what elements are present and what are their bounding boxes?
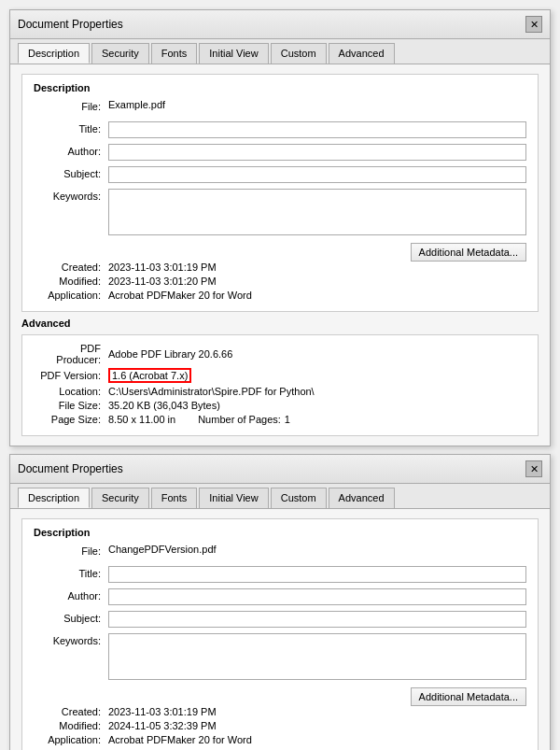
additional-metadata-button-2[interactable]: Additional Metadata... — [411, 687, 526, 706]
created-row-1: Created: 2023-11-03 3:01:19 PM — [34, 262, 526, 273]
file-size-label-1: File Size: — [34, 400, 108, 411]
content-2: Description File: ChangePDFVersion.pdf T… — [10, 509, 550, 750]
file-row-1: File: Example.pdf — [34, 99, 526, 118]
keywords-row-1: Keywords: — [34, 189, 526, 235]
location-row-1: Location: C:\Users\Administrator\Spire.P… — [34, 386, 526, 397]
tab-fonts-1[interactable]: Fonts — [151, 43, 198, 64]
title-input-2[interactable] — [108, 566, 526, 583]
modified-label-1: Modified: — [34, 276, 108, 287]
content-1: Description File: Example.pdf Title: Aut… — [10, 64, 550, 446]
additional-metadata-button-1[interactable]: Additional Metadata... — [411, 243, 526, 262]
dialog-2: Document Properties ✕ Description Securi… — [9, 454, 551, 750]
title-label-2: Title: — [34, 566, 108, 579]
modified-row-2: Modified: 2024-11-05 3:32:39 PM — [34, 720, 526, 731]
title-input-1[interactable] — [108, 121, 526, 138]
application-label-2: Application: — [34, 734, 108, 745]
num-pages-value-1: 1 — [285, 414, 290, 425]
keywords-row-2: Keywords: — [34, 633, 526, 680]
description-header-1: Description — [34, 82, 526, 93]
author-label-2: Author: — [34, 588, 108, 601]
location-label-1: Location: — [34, 386, 108, 397]
modified-label-2: Modified: — [34, 720, 108, 731]
file-row-2: File: ChangePDFVersion.pdf — [34, 544, 526, 562]
subject-label-1: Subject: — [34, 166, 108, 179]
tab-security-1[interactable]: Security — [91, 43, 149, 64]
file-size-row-1: File Size: 35.20 KB (36,043 Bytes) — [34, 400, 526, 411]
file-size-value-1: 35.20 KB (36,043 Bytes) — [108, 400, 220, 411]
tab-advanced-2[interactable]: Advanced — [329, 488, 395, 508]
created-row-2: Created: 2023-11-03 3:01:19 PM — [34, 706, 526, 717]
title-row-2: Title: — [34, 566, 526, 585]
subject-input-1[interactable] — [108, 166, 526, 183]
subject-input-2[interactable] — [108, 611, 526, 628]
close-button-2[interactable]: ✕ — [525, 460, 542, 477]
modified-value-1: 2023-11-03 3:01:20 PM — [108, 276, 217, 287]
description-header-2: Description — [34, 527, 526, 538]
additional-row-1: Additional Metadata... — [34, 239, 526, 262]
file-label-2: File: — [34, 544, 108, 557]
tab-fonts-2[interactable]: Fonts — [151, 488, 198, 508]
author-input-1[interactable] — [108, 144, 526, 161]
author-row-2: Author: — [34, 588, 526, 607]
tab-custom-1[interactable]: Custom — [271, 43, 327, 64]
file-value-2: ChangePDFVersion.pdf — [108, 544, 217, 555]
page-size-label-1: Page Size: — [34, 414, 108, 425]
subject-row-2: Subject: — [34, 611, 526, 630]
close-button-1[interactable]: ✕ — [525, 16, 542, 33]
file-value-1: Example.pdf — [108, 99, 165, 110]
description-section-1: Description File: Example.pdf Title: Aut… — [21, 74, 539, 312]
advanced-section-1: PDF Producer: Adobe PDF Library 20.6.66 … — [21, 334, 539, 436]
pdf-version-row-1: PDF Version: 1.6 (Acrobat 7.x) — [34, 368, 526, 383]
page-size-value-1: 8.50 x 11.00 in — [108, 414, 175, 425]
keywords-textarea-2[interactable] — [108, 633, 526, 680]
tab-description-1[interactable]: Description — [18, 43, 90, 64]
created-label-2: Created: — [34, 706, 108, 717]
pdf-producer-row-1: PDF Producer: Adobe PDF Library 20.6.66 — [34, 343, 526, 365]
pdf-version-label-1: PDF Version: — [34, 370, 108, 381]
keywords-textarea-1[interactable] — [108, 189, 526, 235]
created-label-1: Created: — [34, 262, 108, 273]
tabs-1: Description Security Fonts Initial View … — [10, 39, 550, 64]
title-row-1: Title: — [34, 121, 526, 140]
tab-custom-2[interactable]: Custom — [271, 488, 327, 508]
title-label-1: Title: — [34, 121, 108, 134]
title-bar-1: Document Properties ✕ — [10, 10, 550, 39]
application-row-1: Application: Acrobat PDFMaker 20 for Wor… — [34, 290, 526, 301]
pdf-producer-label-1: PDF Producer: — [34, 343, 108, 365]
keywords-label-1: Keywords: — [34, 189, 108, 202]
tab-initial-view-1[interactable]: Initial View — [199, 43, 268, 64]
application-label-1: Application: — [34, 290, 108, 301]
author-row-1: Author: — [34, 144, 526, 163]
modified-row-1: Modified: 2023-11-03 3:01:20 PM — [34, 276, 526, 287]
created-value-1: 2023-11-03 3:01:19 PM — [108, 262, 217, 273]
tab-security-2[interactable]: Security — [91, 488, 149, 508]
pdf-producer-value-1: Adobe PDF Library 20.6.66 — [108, 348, 232, 360]
advanced-header-1: Advanced — [21, 318, 539, 329]
application-value-1: Acrobat PDFMaker 20 for Word — [108, 290, 252, 301]
author-label-1: Author: — [34, 144, 108, 157]
created-value-2: 2023-11-03 3:01:19 PM — [108, 706, 217, 717]
description-section-2: Description File: ChangePDFVersion.pdf T… — [21, 518, 539, 750]
dialog-1-title: Document Properties — [18, 18, 123, 31]
pdf-version-value-1: 1.6 (Acrobat 7.x) — [108, 368, 191, 383]
additional-row-2: Additional Metadata... — [34, 684, 526, 706]
application-value-2: Acrobat PDFMaker 20 for Word — [108, 734, 252, 745]
subject-label-2: Subject: — [34, 611, 108, 624]
tabs-2: Description Security Fonts Initial View … — [10, 484, 550, 509]
tab-description-2[interactable]: Description — [18, 488, 90, 508]
num-pages-label-1: Number of Pages: — [198, 414, 281, 425]
title-bar-2: Document Properties ✕ — [10, 455, 550, 484]
modified-value-2: 2024-11-05 3:32:39 PM — [108, 720, 217, 731]
subject-row-1: Subject: — [34, 166, 526, 185]
application-row-2: Application: Acrobat PDFMaker 20 for Wor… — [34, 734, 526, 745]
page-size-row-1: Page Size: 8.50 x 11.00 in Number of Pag… — [34, 414, 526, 425]
dialog-1: Document Properties ✕ Description Securi… — [9, 9, 551, 446]
tab-initial-view-2[interactable]: Initial View — [199, 488, 268, 508]
keywords-label-2: Keywords: — [34, 633, 108, 646]
tab-advanced-1[interactable]: Advanced — [329, 43, 395, 64]
location-value-1: C:\Users\Administrator\Spire.PDF for Pyt… — [108, 386, 315, 397]
file-label-1: File: — [34, 99, 108, 112]
dialog-2-title: Document Properties — [18, 462, 123, 475]
author-input-2[interactable] — [108, 588, 526, 605]
